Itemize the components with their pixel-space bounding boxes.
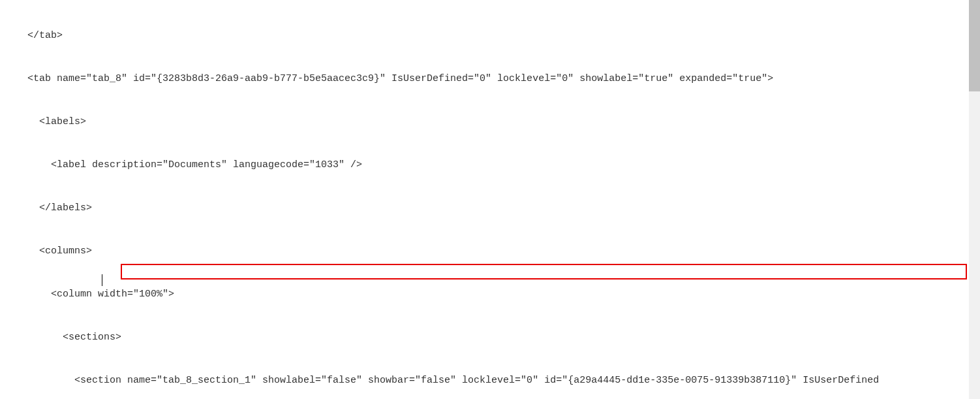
code-line[interactable]: <label description="Documents" languagec… <box>27 158 980 172</box>
vertical-scrollbar-thumb[interactable] <box>969 0 980 91</box>
code-line[interactable]: <tab name="tab_8" id="{3283b8d3-26a9-aab… <box>27 72 980 86</box>
code-line[interactable]: </tab> <box>27 29 980 43</box>
text-cursor <box>102 274 102 286</box>
code-line[interactable]: </labels> <box>27 201 980 215</box>
code-line[interactable]: <section name="tab_8_section_1" showlabe… <box>27 374 980 388</box>
vertical-scrollbar-track[interactable] <box>969 0 980 399</box>
code-line[interactable]: <sections> <box>27 330 980 345</box>
code-line[interactable]: <labels> <box>27 115 980 129</box>
code-line[interactable]: <columns> <box>27 244 980 259</box>
xml-code-block[interactable]: </tab> <tab name="tab_8" id="{3283b8d3-2… <box>0 0 980 399</box>
code-line[interactable]: <column width="100%"> <box>27 287 980 302</box>
